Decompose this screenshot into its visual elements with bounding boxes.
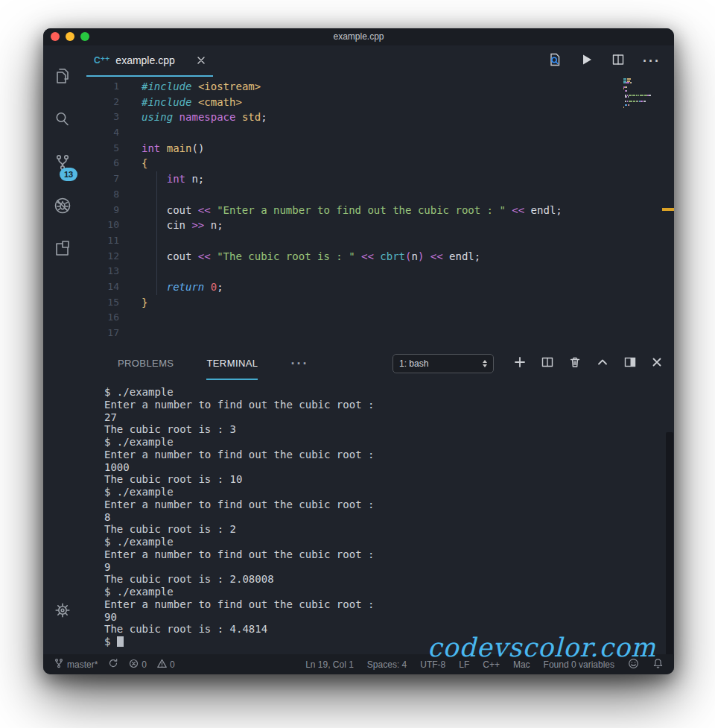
open-changes-button[interactable]	[547, 52, 562, 70]
plus-icon	[514, 356, 526, 371]
code-line[interactable]: 16	[82, 310, 674, 326]
code-line[interactable]: 11	[82, 233, 674, 249]
editor-more-actions-button[interactable]: ···	[643, 57, 661, 65]
os-status[interactable]: Mac	[513, 659, 530, 670]
terminal-line: 27	[104, 411, 674, 424]
traffic-lights	[51, 32, 89, 41]
minimap[interactable]	[623, 78, 653, 113]
chevron-up-icon	[597, 356, 608, 371]
terminal-select-value: 1: bash	[399, 358, 428, 369]
terminal[interactable]: $ ./exampleEnter a number to find out th…	[82, 380, 674, 654]
code-line[interactable]: 3using namespace std;	[82, 110, 674, 125]
indent-guide	[156, 171, 157, 295]
minimize-window-button[interactable]	[66, 32, 74, 41]
code-line[interactable]: 17	[82, 326, 674, 341]
sidebar-item-extensions[interactable]	[43, 227, 82, 270]
editor-toolbar: ···	[547, 45, 674, 77]
cpp-file-icon: C⁺⁺	[94, 55, 109, 66]
split-terminal-icon	[541, 356, 553, 371]
terminal-cursor	[117, 636, 124, 647]
code-line[interactable]: 15}	[82, 295, 674, 311]
select-arrows-icon	[483, 360, 487, 367]
code-line[interactable]: 8	[82, 187, 674, 203]
split-editor-icon	[611, 53, 625, 69]
error-icon	[129, 659, 139, 671]
encoding-status[interactable]: UTF-8	[420, 659, 445, 670]
tab-close-button[interactable]	[197, 56, 206, 65]
sidebar-item-debug[interactable]	[43, 184, 82, 227]
tab-terminal[interactable]: TERMINAL	[206, 347, 258, 380]
file-search-icon	[547, 52, 562, 70]
terminal-line: 1000	[104, 461, 674, 474]
variables-status[interactable]: Found 0 variables	[544, 659, 614, 670]
close-panel-button[interactable]	[652, 357, 662, 370]
language-status[interactable]: C++	[483, 659, 500, 670]
sidebar-item-source-control[interactable]: 13	[43, 141, 82, 184]
split-editor-button[interactable]	[611, 53, 625, 69]
code-lines: 1#include <iostream>2#include <cmath>3us…	[82, 79, 674, 341]
terminal-line: The cubic root is : 2.08008	[104, 573, 674, 586]
titlebar[interactable]: example.cpp	[43, 28, 674, 45]
code-line[interactable]: 2#include <cmath>	[82, 95, 674, 110]
panel-controls: 1: bash	[393, 354, 674, 373]
extensions-icon	[53, 239, 72, 259]
smiley-icon	[628, 658, 639, 671]
debug-disabled-icon	[53, 196, 72, 215]
warnings-status[interactable]: 0	[157, 659, 175, 671]
code-line[interactable]: 12 cout << "The cubic root is : " << cbr…	[82, 249, 674, 265]
new-terminal-button[interactable]	[514, 356, 526, 371]
terminal-select[interactable]: 1: bash	[393, 354, 494, 373]
warnings-count: 0	[170, 659, 175, 670]
code-line[interactable]: 9 cout << "Enter a number to find out th…	[82, 203, 674, 218]
errors-status[interactable]: 0	[129, 659, 147, 671]
terminal-scrollbar[interactable]	[666, 432, 673, 654]
eol-status[interactable]: LF	[459, 659, 469, 670]
warning-icon	[157, 659, 167, 671]
code-line[interactable]: 14 return 0;	[82, 279, 674, 295]
close-window-button[interactable]	[51, 32, 60, 41]
code-line[interactable]: 13	[82, 264, 674, 279]
branch-status[interactable]: master*	[54, 658, 98, 671]
terminal-line: $ ./example	[104, 536, 674, 548]
split-terminal-button[interactable]	[541, 356, 553, 371]
terminal-line: 9	[104, 561, 674, 574]
terminal-line: Enter a number to find out the cubic roo…	[104, 598, 674, 611]
sidebar-item-explorer[interactable]	[43, 54, 82, 98]
terminal-line: Enter a number to find out the cubic roo…	[104, 548, 674, 561]
zoom-window-button[interactable]	[80, 32, 89, 41]
ellipsis-icon: ···	[643, 57, 661, 65]
code-line[interactable]: 5int main()	[82, 141, 674, 156]
tab-problems[interactable]: PROBLEMS	[118, 347, 174, 380]
code-line[interactable]: 4	[82, 125, 674, 141]
sync-button[interactable]	[108, 658, 118, 671]
terminal-line: The cubic root is : 4.4814	[104, 623, 674, 636]
run-button[interactable]	[580, 53, 594, 69]
source-control-badge: 13	[60, 168, 77, 181]
gear-icon	[53, 601, 72, 620]
terminal-line: $ ./example	[104, 436, 674, 449]
panel-more-tabs-button[interactable]: ···	[290, 360, 308, 367]
code-line[interactable]: 7 int n;	[82, 171, 674, 187]
terminal-output: $ ./exampleEnter a number to find out th…	[104, 386, 674, 648]
terminal-line: The cubic root is : 2	[104, 523, 674, 536]
notifications-button[interactable]	[652, 658, 664, 671]
code-editor[interactable]: 1#include <iostream>2#include <cmath>3us…	[82, 77, 674, 347]
code-line[interactable]: 10 cin >> n;	[82, 218, 674, 233]
branch-name: master*	[67, 659, 98, 670]
maximize-panel-button[interactable]	[597, 356, 608, 371]
code-line[interactable]: 6{	[82, 156, 674, 171]
indentation-status[interactable]: Spaces: 4	[367, 659, 407, 670]
feedback-button[interactable]	[628, 658, 639, 671]
terminal-line: The cubic root is : 10	[104, 473, 674, 486]
terminal-line: Enter a number to find out the cubic roo…	[104, 399, 674, 411]
vscode-window: example.cpp	[43, 28, 674, 674]
tab-example-cpp[interactable]: C⁺⁺ example.cpp	[86, 45, 213, 77]
settings-button[interactable]	[43, 589, 82, 632]
trash-icon	[569, 356, 581, 371]
terminal-line: $	[104, 636, 674, 648]
cursor-position-status[interactable]: Ln 19, Col 1	[305, 659, 354, 670]
sidebar-item-search[interactable]	[43, 98, 82, 141]
code-line[interactable]: 1#include <iostream>	[82, 79, 674, 95]
kill-terminal-button[interactable]	[569, 356, 581, 371]
move-panel-button[interactable]	[624, 356, 636, 371]
